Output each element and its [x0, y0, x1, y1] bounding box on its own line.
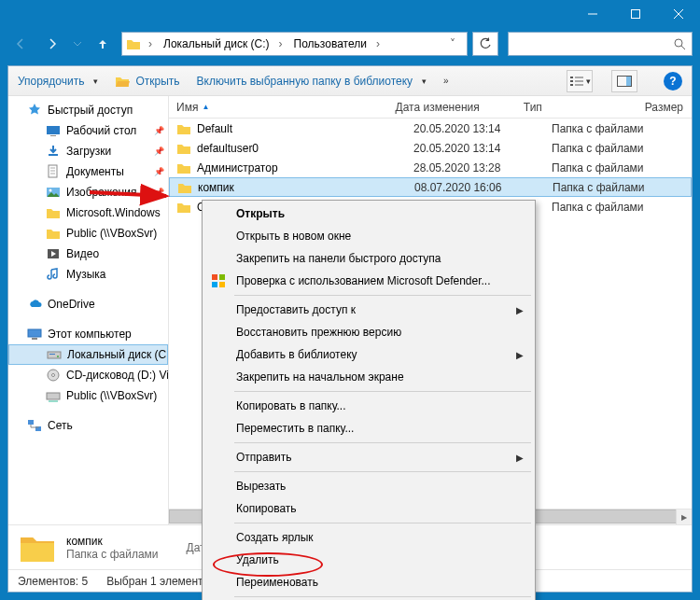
file-type: Папка с файлами: [544, 122, 675, 135]
explorer-window: › Локальный диск (C:)› Пользователи› ˅ У…: [0, 0, 700, 600]
ctx-delete[interactable]: Удалить: [204, 549, 533, 571]
ctx-copy-to-folder[interactable]: Копировать в папку...: [204, 395, 533, 417]
file-row[interactable]: Default 20.05.2020 13:14 Папка с файлами: [169, 119, 692, 138]
ctx-copy[interactable]: Копировать: [204, 497, 533, 520]
ctx-move-to-folder[interactable]: Переместить в папку...: [204, 417, 533, 440]
up-button[interactable]: [90, 31, 116, 57]
sidebar-item-public-share[interactable]: Public (\\VBoxSvr): [8, 223, 168, 244]
svg-rect-36: [219, 274, 225, 280]
sidebar-item-local-disk[interactable]: Локальный диск (C:): [8, 344, 168, 365]
breadcrumb[interactable]: Локальный диск (C:)›: [160, 33, 287, 55]
sidebar-item-public-net[interactable]: Public (\\VBoxSvr): [8, 385, 168, 406]
svg-rect-35: [212, 274, 217, 280]
address-dropdown[interactable]: ˅: [442, 33, 463, 55]
sidebar-item-music[interactable]: Музыка: [8, 264, 168, 285]
folder-icon: [46, 226, 61, 241]
back-button[interactable]: [7, 31, 34, 57]
svg-rect-10: [575, 80, 583, 82]
pc-icon: [27, 327, 42, 342]
file-row[interactable]: компик 08.07.2020 16:06 Папка с файлами: [169, 177, 692, 197]
ctx-give-access[interactable]: Предоставить доступ к▶: [204, 299, 533, 321]
close-button[interactable]: [657, 0, 700, 28]
ctx-cut[interactable]: Вырезать: [204, 475, 533, 497]
address-bar[interactable]: › Локальный диск (C:)› Пользователи› ˅: [121, 32, 468, 56]
refresh-button[interactable]: [472, 32, 498, 56]
folder-icon: [176, 200, 191, 215]
svg-rect-15: [50, 135, 56, 136]
network-icon: [27, 418, 42, 433]
search-icon: [673, 37, 686, 50]
sidebar-item-downloads[interactable]: Загрузки📌: [8, 141, 168, 161]
ctx-add-library[interactable]: Добавить в библиотеку▶: [204, 343, 533, 366]
desktop-icon: [46, 123, 61, 138]
ctx-create-shortcut[interactable]: Создать ярлык: [204, 526, 533, 549]
minimize-button[interactable]: [571, 0, 614, 28]
star-icon: [27, 103, 42, 118]
ctx-open-new-window[interactable]: Открыть в новом окне: [204, 225, 533, 247]
column-header-name[interactable]: Имя▲: [169, 101, 388, 114]
history-dropdown[interactable]: [71, 31, 84, 57]
pin-icon: 📌: [154, 188, 164, 197]
svg-rect-38: [219, 282, 225, 287]
svg-rect-9: [575, 77, 583, 78]
ctx-defender-scan[interactable]: Проверка с использованием Microsoft Defe…: [204, 270, 533, 292]
ctx-pin-quick-access[interactable]: Закрепить на панели быстрого доступа: [204, 247, 533, 270]
submenu-arrow-icon: ▶: [516, 305, 524, 315]
column-header-size[interactable]: Размер: [637, 101, 692, 114]
file-row[interactable]: Администратор 28.05.2020 13:28 Папка с ф…: [169, 158, 692, 177]
ctx-rename[interactable]: Переименовать: [204, 571, 533, 593]
file-type: Папка с файлами: [544, 201, 675, 214]
ctx-restore-previous[interactable]: Восстановить прежнюю версию: [204, 321, 533, 343]
onedrive-icon: [27, 297, 42, 312]
organize-menu[interactable]: Упорядочить: [18, 75, 98, 88]
sidebar-item-desktop[interactable]: Рабочий стол📌: [8, 120, 168, 141]
sidebar-item-onedrive[interactable]: OneDrive: [8, 294, 168, 314]
column-header-type[interactable]: Тип: [516, 101, 637, 114]
sidebar-item-network[interactable]: Сеть: [8, 415, 168, 436]
scroll-right-button[interactable]: ▶: [676, 509, 692, 524]
svg-rect-32: [28, 420, 34, 425]
open-button[interactable]: Открыть: [115, 74, 179, 89]
preview-pane-button[interactable]: [611, 70, 637, 92]
file-name: компик: [198, 181, 234, 194]
sidebar-item-this-pc[interactable]: Этот компьютер: [8, 324, 168, 344]
overflow-chevron[interactable]: »: [443, 76, 449, 86]
sidebar-item-videos[interactable]: Видео: [8, 244, 168, 264]
sidebar-item-mswindows[interactable]: Microsoft.Windows: [8, 202, 168, 223]
music-icon: [46, 267, 61, 282]
file-name: Администратор: [197, 161, 278, 174]
downloads-icon: [46, 144, 61, 159]
status-selected-count: Выбран 1 элемент: [106, 575, 203, 588]
sidebar-item-documents[interactable]: Документы📌: [8, 161, 168, 182]
svg-rect-26: [48, 352, 61, 358]
ctx-pin-start[interactable]: Закрепить на начальном экране: [204, 366, 533, 388]
sidebar-item-pictures[interactable]: Изображения📌: [8, 182, 168, 202]
submenu-arrow-icon: ▶: [516, 453, 524, 463]
open-icon: [115, 74, 130, 89]
ctx-send-to[interactable]: Отправить▶: [204, 446, 533, 468]
svg-rect-16: [49, 154, 58, 156]
include-library-menu[interactable]: Включить выбранную папку в библиотеку: [197, 75, 427, 88]
sidebar-item-cd-drive[interactable]: CD-дисковод (D:) Vi: [8, 365, 168, 385]
file-type: Папка с файлами: [544, 161, 675, 174]
defender-icon: [210, 272, 227, 289]
file-name: defaultuser0: [197, 142, 259, 155]
details-subtitle: Папка с файлами: [66, 548, 159, 561]
view-mode-button[interactable]: ▾: [567, 70, 593, 92]
breadcrumb[interactable]: ›: [145, 33, 156, 55]
svg-rect-27: [49, 354, 55, 355]
search-box[interactable]: [508, 32, 693, 56]
context-menu: Открыть Открыть в новом окне Закрепить н…: [202, 200, 536, 600]
column-header-date[interactable]: Дата изменения: [388, 101, 516, 114]
file-row[interactable]: defaultuser0 20.05.2020 13:14 Папка с фа…: [169, 138, 692, 158]
maximize-button[interactable]: [614, 0, 657, 28]
ctx-open[interactable]: Открыть: [204, 202, 533, 225]
column-headers: Имя▲ Дата изменения Тип Размер: [169, 96, 692, 119]
help-button[interactable]: ?: [664, 72, 682, 91]
forward-button[interactable]: [39, 31, 65, 57]
svg-rect-8: [570, 84, 573, 86]
sidebar-item-quick-access[interactable]: Быстрый доступ: [8, 100, 168, 120]
folder-icon: [18, 528, 57, 567]
svg-rect-1: [632, 10, 640, 19]
breadcrumb[interactable]: Пользователи›: [290, 33, 384, 55]
